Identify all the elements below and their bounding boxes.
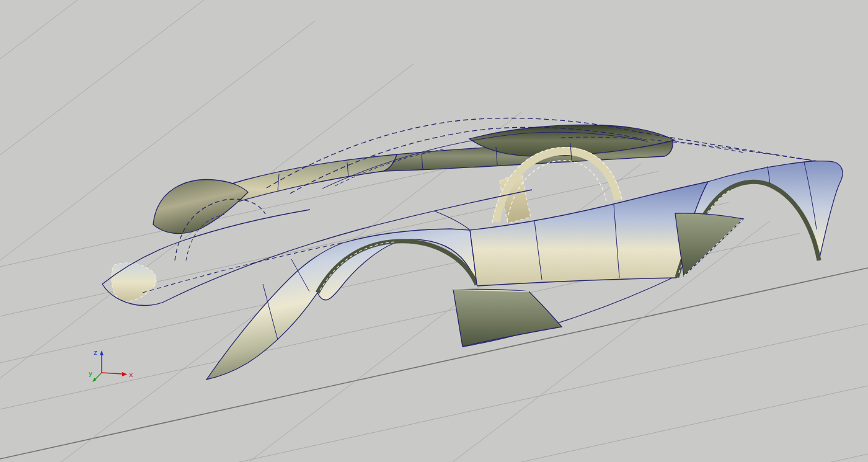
- z-axis-label: z: [93, 349, 97, 357]
- x-axis-label: x: [129, 371, 133, 379]
- viewport-canvas[interactable]: z x y: [0, 0, 868, 462]
- 3d-viewport[interactable]: z x y: [0, 0, 868, 462]
- y-axis-label: y: [88, 370, 92, 378]
